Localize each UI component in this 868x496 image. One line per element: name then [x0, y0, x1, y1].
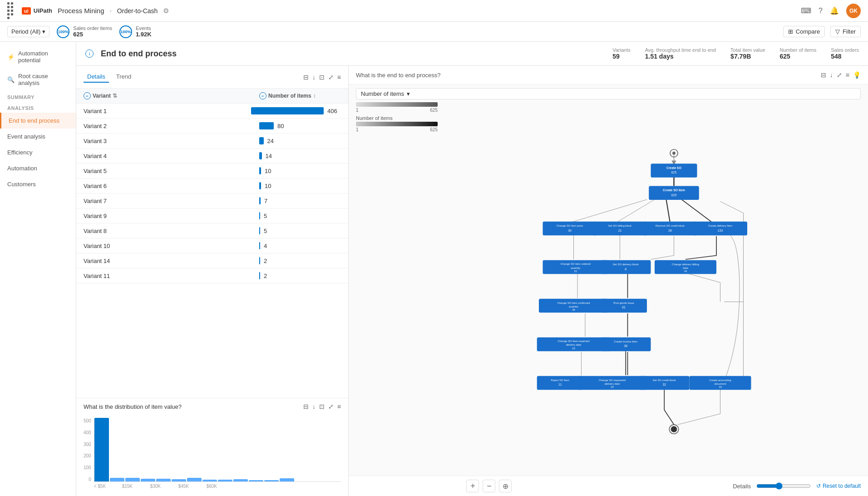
items-collapse-icon[interactable]: − — [259, 92, 266, 99]
chart-bar[interactable] — [218, 480, 232, 481]
expand-icon[interactable]: ⤢ — [328, 74, 334, 81]
variant-bar — [259, 212, 260, 219]
center-button[interactable]: ⊕ — [499, 480, 512, 492]
tab-details[interactable]: Details — [84, 71, 109, 83]
svg-text:19: 19 — [719, 386, 722, 388]
app-title: Process Mining — [58, 7, 104, 15]
rp-download-icon[interactable]: ↓ — [830, 71, 833, 79]
table-row[interactable]: Variant 8 5 — [76, 223, 348, 238]
period-selector[interactable]: Period (All) ▾ — [7, 26, 49, 37]
chart-filter-icon[interactable]: ⊟ — [303, 403, 309, 410]
chart-copy-icon[interactable]: ⊡ — [319, 403, 325, 410]
chart-bar[interactable] — [249, 480, 263, 481]
chart-bar[interactable] — [187, 478, 202, 481]
help-icon[interactable]: ? — [819, 7, 823, 15]
svg-text:28: 28 — [668, 229, 672, 232]
sidebar: ⚡ Automation potential 🔍 Root cause anal… — [0, 42, 76, 496]
sidebar-item-root-cause-analysis[interactable]: 🔍 Root cause analysis — [0, 68, 76, 91]
table-row[interactable]: Variant 3 24 — [76, 134, 348, 149]
sidebar-item-event-analysis[interactable]: Event analysis — [0, 129, 76, 144]
collapse-icon[interactable]: − — [84, 92, 91, 99]
variant-count: 406 — [327, 108, 341, 114]
compare-button[interactable]: ⊞ Compare — [783, 26, 825, 37]
left-panel: Details Trend ⊟ ↓ ⊡ ⤢ ≡ − — [76, 66, 349, 496]
variant-count: 5 — [264, 228, 277, 234]
svg-text:11: 11 — [558, 383, 562, 386]
chart-bar[interactable] — [110, 478, 124, 481]
svg-point-43 — [671, 426, 677, 432]
svg-text:22: 22 — [574, 270, 577, 273]
bottom-toolbar: + − ⊕ Details ↺ Reset to default — [349, 476, 868, 496]
table-row[interactable]: Variant 2 80 — [76, 119, 348, 134]
menu-icon[interactable]: ≡ — [337, 74, 341, 81]
chart-bar[interactable] — [233, 479, 248, 481]
table-row[interactable]: Variant 9 5 — [76, 208, 348, 223]
table-row[interactable]: Variant 7 7 — [76, 193, 348, 208]
chart-expand-icon[interactable]: ⤢ — [328, 403, 334, 410]
settings-icon[interactable]: ⚙ — [163, 7, 169, 15]
sidebar-item-automation-potential[interactable]: ⚡ Automation potential — [0, 45, 76, 68]
sidebar-item-customers[interactable]: Customers — [0, 176, 76, 192]
zoom-out-button[interactable]: − — [483, 480, 495, 492]
rp-expand-icon[interactable]: ⤢ — [837, 71, 842, 79]
sidebar-section-analysis: Analysis — [0, 102, 76, 113]
chart-bar[interactable] — [94, 418, 109, 481]
chart-bar[interactable] — [156, 479, 171, 481]
variant-name: Variant 6 — [84, 183, 259, 189]
chart-bar[interactable] — [280, 478, 294, 481]
sidebar-item-efficiency[interactable]: Efficiency — [0, 144, 76, 160]
main-layout: ⚡ Automation potential 🔍 Root cause anal… — [0, 42, 868, 496]
chart-bar[interactable] — [141, 479, 155, 481]
table-row[interactable]: Variant 4 14 — [76, 149, 348, 164]
chart-bar[interactable] — [125, 478, 140, 481]
sort-icon[interactable]: ⇅ — [113, 93, 117, 99]
variant-bar — [251, 107, 324, 114]
chart-download-icon[interactable]: ↓ — [312, 403, 316, 410]
col-items-header: − Number of items ↕ — [259, 92, 341, 99]
svg-text:Change SO Item expected: Change SO Item expected — [558, 340, 590, 342]
tab-trend[interactable]: Trend — [113, 71, 135, 83]
chart-bar[interactable] — [172, 479, 186, 481]
chart-menu-icon[interactable]: ≡ — [337, 403, 341, 410]
sidebar-item-end-to-end[interactable]: End to end process — [0, 113, 76, 129]
filter-panel-icon[interactable]: ⊟ — [303, 74, 309, 81]
right-panel-actions: ⊟ ↓ ⤢ ≡ 💡 — [821, 71, 861, 79]
table-row[interactable]: Variant 11 2 — [76, 268, 348, 283]
reset-icon: ↺ — [816, 483, 821, 489]
notification-icon[interactable]: 🔔 — [830, 6, 839, 15]
zoom-in-button[interactable]: + — [466, 480, 479, 492]
download-icon[interactable]: ↓ — [312, 74, 316, 81]
legend-dropdown[interactable]: Number of items ▾ — [356, 88, 861, 99]
table-row[interactable]: Variant 14 2 — [76, 253, 348, 268]
chart-x-label: $60K — [207, 484, 234, 489]
copy-icon[interactable]: ⊡ — [319, 74, 325, 81]
scale-bar-2 — [356, 122, 438, 126]
svg-text:24: 24 — [611, 386, 614, 388]
variant-bar — [259, 122, 274, 129]
user-avatar[interactable]: GK — [846, 4, 861, 18]
rp-bulb-icon[interactable]: 💡 — [853, 71, 861, 79]
items-sort-icon[interactable]: ↕ — [313, 93, 316, 99]
details-controls: Details ↺ Reset to default — [733, 482, 861, 490]
keyboard-icon[interactable]: ⌨ — [801, 6, 811, 15]
table-row[interactable]: Variant 1 406 — [76, 104, 348, 119]
chart-x-label: $30K — [150, 484, 178, 489]
table-row[interactable]: Variant 6 10 — [76, 179, 348, 193]
table-row[interactable]: Variant 5 10 — [76, 164, 348, 179]
details-slider[interactable] — [756, 482, 811, 490]
table-row[interactable]: Variant 10 4 — [76, 238, 348, 253]
sidebar-item-automation[interactable]: Automation — [0, 160, 76, 176]
filter-button[interactable]: ▽ Filter — [830, 26, 861, 37]
reset-default-button[interactable]: ↺ Reset to default — [816, 483, 861, 489]
grid-menu-icon[interactable] — [7, 2, 16, 19]
svg-text:Change SO requested: Change SO requested — [599, 379, 626, 382]
details-label: Details — [733, 483, 751, 490]
scale-container: 1 625 Number of items 1 625 — [356, 102, 861, 132]
stat-throughput: Avg. throughput time end to end 1.51 day… — [645, 47, 716, 60]
chart-bar[interactable] — [264, 480, 279, 481]
rp-filter-icon[interactable]: ⊟ — [821, 71, 826, 79]
variant-bar-container: 2 — [259, 257, 341, 264]
svg-point-2 — [672, 152, 676, 155]
rp-menu-icon[interactable]: ≡ — [846, 71, 849, 79]
chart-bar[interactable] — [202, 480, 217, 481]
